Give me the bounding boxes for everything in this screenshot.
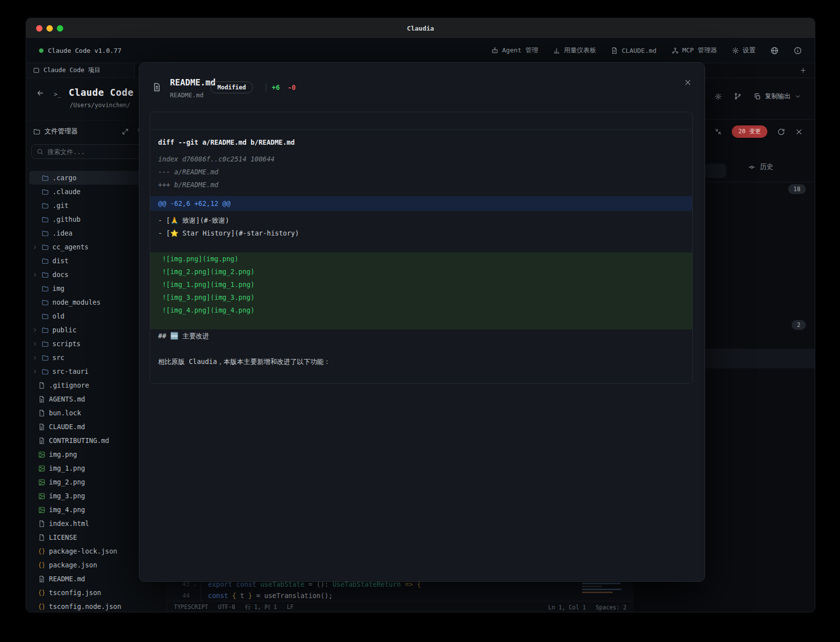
tree-item-label: .git — [52, 201, 69, 209]
tree-item[interactable]: tsconfig.node.json — [29, 600, 164, 612]
changes-toolbar: 20 变更 — [697, 125, 803, 138]
folder-icon — [42, 368, 49, 375]
folder-icon — [42, 216, 49, 223]
folder-icon — [42, 174, 49, 182]
json-icon — [38, 603, 45, 610]
screen: Claudia Claude Code v1.0.77 Agent 管理用量仪表… — [0, 0, 840, 642]
folder-icon — [42, 271, 49, 279]
diff-line-meta: --- a/README.md — [150, 166, 692, 179]
count-badge-top: 18 — [788, 184, 806, 194]
chevron-right-icon — [32, 369, 38, 374]
copy-output-button[interactable]: 复制输出 — [754, 92, 801, 101]
modal-subtitle: README.md — [170, 91, 204, 99]
diff-line-added: ![img_2.png](img_2.png) — [150, 265, 692, 278]
tree-item-label: README.md — [49, 575, 85, 583]
search-icon — [37, 148, 43, 155]
gear-icon — [732, 47, 739, 54]
network-icon — [672, 47, 679, 54]
count-badge-bottom: 2 — [792, 320, 806, 330]
close-modal-button[interactable] — [684, 79, 692, 86]
diff-line-context: - [⭐ Star History](#-star-history) — [150, 227, 692, 240]
tree-item[interactable]: tsconfig.json — [29, 586, 164, 600]
search-input[interactable] — [47, 148, 131, 156]
tree-item-label: img_3.png — [49, 492, 85, 500]
app-window: Claudia Claude Code v1.0.77 Agent 管理用量仪表… — [26, 18, 815, 612]
diff-line-context: 相比原版 Claudia，本版本主要新增和改进了以下功能： — [150, 355, 692, 368]
tree-item-label: AGENTS.md — [49, 395, 85, 403]
menu-item-network[interactable]: MCP 管理器 — [672, 46, 717, 55]
diff-panel-header — [150, 112, 692, 130]
menu-item-globe[interactable] — [770, 46, 779, 55]
image-icon — [38, 465, 45, 472]
diff-modal: README.md README.md Modified | +6 -0 dif… — [139, 62, 705, 582]
folder-icon — [42, 202, 49, 209]
git-branch-button[interactable] — [734, 92, 742, 100]
menu-item-info[interactable] — [794, 46, 802, 55]
diff-line-hunk: @@ -62,6 +62,12 @@ — [150, 196, 692, 211]
minimap[interactable] — [582, 580, 628, 601]
back-button[interactable] — [36, 89, 44, 97]
modal-title: README.md — [170, 78, 215, 87]
tree-item-label: .github — [52, 215, 81, 223]
tab-project[interactable]: Claude Code 项目 — [26, 63, 135, 78]
diff-line-added — [150, 317, 692, 329]
new-tab-button[interactable] — [799, 67, 807, 74]
diff-line-blank — [150, 240, 692, 252]
expand-panel-button[interactable] — [122, 128, 129, 135]
tree-item-label: old — [52, 312, 64, 320]
project-name: Claude Code — [69, 87, 133, 98]
titlebar: Claudia — [26, 18, 815, 38]
editor-line-44: 44const { t } = useTranslation(); — [167, 590, 633, 601]
menu-item-file-text[interactable]: CLAUDE.md — [611, 47, 656, 54]
tree-item-label: package-lock.json — [49, 547, 117, 555]
file-icon — [38, 409, 45, 417]
tree-item-label: src — [52, 354, 64, 361]
diff-line-added: ![img_4.png](img_4.png) — [150, 304, 692, 317]
diff-line-meta: +++ b/README.md — [150, 179, 692, 192]
menu-item-bar-chart[interactable]: 用量仪表板 — [553, 46, 596, 55]
chevron-right-icon — [32, 355, 38, 361]
copy-icon — [754, 93, 761, 100]
diff-panel: diff --git a/README.md b/README.mdindex … — [150, 112, 693, 384]
tree-item-label: tsconfig.node.json — [49, 602, 121, 610]
menu-item-bot[interactable]: Agent 管理 — [491, 46, 538, 55]
tab-history[interactable]: 历史 — [748, 162, 773, 171]
folder-icon — [42, 326, 49, 334]
menu-item-gear[interactable]: 设置 — [732, 46, 756, 55]
tree-item-label: .idea — [52, 229, 73, 237]
settings-icon-button[interactable] — [714, 93, 722, 100]
image-icon — [38, 479, 45, 486]
filter-button[interactable] — [705, 163, 726, 178]
diff-line-added: ![img.png](img.png) — [150, 252, 692, 265]
file-icon — [38, 520, 45, 527]
file-diff-icon — [152, 82, 162, 92]
deletions-count: -0 — [288, 83, 295, 91]
tree-item-label: docs — [52, 271, 69, 279]
minimize-button[interactable] — [714, 128, 722, 135]
tree-item-label: .claude — [52, 188, 81, 196]
tree-item-label: img — [52, 284, 64, 292]
tree-item-label: src-tauri — [52, 367, 88, 375]
terminal-prompt-icon: >_ — [54, 91, 61, 98]
diff-line-context: - [🙏 致谢](#-致谢) — [150, 214, 692, 227]
folder-icon — [42, 299, 49, 306]
tree-item-label: node_modules — [52, 298, 101, 306]
code-editor[interactable]: 43⌄export const useTabState = (): UseTab… — [167, 578, 633, 612]
close-panel-button[interactable] — [795, 128, 803, 136]
tree-item-label: .cargo — [52, 174, 77, 182]
folder-icon — [42, 188, 49, 196]
diff-content: diff --git a/README.md b/README.mdindex … — [150, 130, 692, 368]
json-icon — [38, 589, 45, 597]
tree-item-label: .gitignore — [49, 381, 89, 389]
tree-item-label: CLAUDE.md — [49, 423, 85, 431]
refresh-button[interactable] — [777, 128, 785, 136]
chevron-right-icon — [32, 341, 38, 347]
json-icon — [38, 548, 45, 555]
diff-line-meta: index d76086f..c0c2514 100644 — [150, 154, 692, 166]
tree-item-label: dist — [52, 257, 69, 265]
info-icon — [794, 46, 802, 55]
diff-line-context: ## 🆕 主要改进 — [150, 329, 692, 342]
changes-badge[interactable]: 20 变更 — [732, 125, 767, 138]
git-commit-icon — [748, 163, 756, 171]
window-title: Claudia — [26, 25, 815, 32]
